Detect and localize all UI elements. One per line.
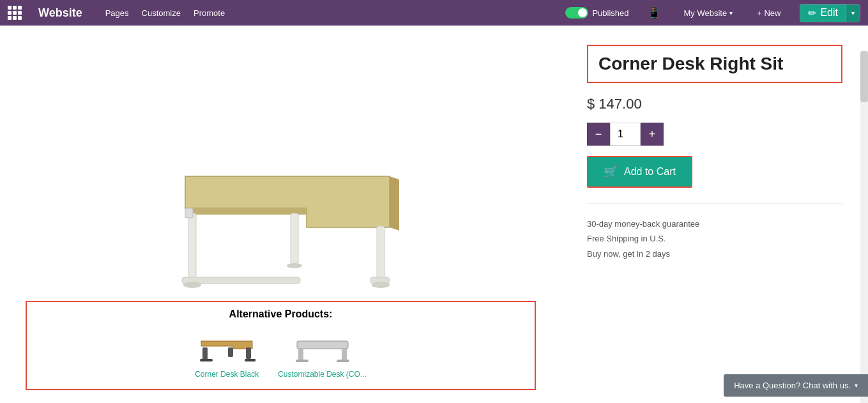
- new-label: + New: [757, 8, 780, 18]
- my-website-label: My Website: [684, 8, 727, 18]
- scrollbar-thumb[interactable]: [860, 51, 868, 102]
- edit-label: Edit: [820, 7, 838, 19]
- chat-widget[interactable]: Have a Question? Chat with us. ▾: [724, 374, 868, 397]
- svg-marker-0: [185, 176, 390, 227]
- svg-rect-3: [188, 213, 196, 284]
- guarantee-2: Free Shipping in U.S.: [587, 231, 842, 246]
- alternative-products-section: Alternative Products:: [0, 288, 561, 403]
- svg-rect-4: [291, 213, 298, 264]
- grid-icon[interactable]: [8, 6, 22, 20]
- svg-rect-14: [228, 347, 233, 357]
- top-navigation: Website Pages Customize Promote Publishe…: [0, 0, 868, 26]
- alt-products-title: Alternative Products:: [37, 308, 524, 320]
- alt-product-1[interactable]: Corner Desk Black: [195, 328, 259, 379]
- new-button[interactable]: + New: [750, 6, 787, 20]
- svg-rect-15: [246, 347, 251, 359]
- product-image-area: Alternative Products:: [0, 26, 561, 403]
- guarantee-1: 30-day money-back guarantee: [587, 217, 842, 231]
- svg-point-10: [372, 282, 390, 288]
- product-title-box: Corner Desk Right Sit: [587, 45, 842, 83]
- main-content: Alternative Products:: [0, 26, 868, 403]
- chevron-down-icon: ▾: [851, 10, 855, 17]
- svg-rect-17: [245, 359, 255, 361]
- my-website-dropdown-arrow: ▾: [729, 10, 733, 17]
- product-detail-panel: Corner Desk Right Sit $ 147.00 − + 🛒 Add…: [561, 26, 868, 403]
- edit-area: ✏ Edit ▾: [800, 4, 860, 22]
- svg-marker-1: [185, 208, 307, 215]
- svg-rect-5: [377, 226, 385, 284]
- alt-products-grid: Corner Desk Black Custom: [37, 328, 524, 379]
- alt-product-2-label: Customizable Desk (CO...: [278, 370, 367, 379]
- svg-marker-12: [201, 341, 252, 349]
- alternative-products-box: Alternative Products:: [26, 301, 536, 390]
- quantity-controls: − +: [587, 123, 842, 146]
- svg-marker-2: [390, 176, 399, 231]
- svg-rect-16: [200, 359, 213, 361]
- quantity-increase-button[interactable]: +: [641, 123, 664, 146]
- pages-nav-link[interactable]: Pages: [105, 8, 129, 18]
- chat-label: Have a Question? Chat with us.: [734, 381, 851, 390]
- edit-dropdown-arrow[interactable]: ▾: [846, 4, 860, 22]
- chevron-down-icon: ▾: [855, 382, 858, 389]
- product-title: Corner Desk Right Sit: [598, 54, 831, 74]
- quantity-decrease-button[interactable]: −: [587, 123, 610, 146]
- guarantee-3: Buy now, get in 2 days: [587, 247, 842, 261]
- alt-product-2-image: [291, 328, 354, 366]
- customize-nav-link[interactable]: Customize: [142, 8, 181, 18]
- alt-product-1-image: [195, 328, 259, 366]
- add-to-cart-button[interactable]: 🛒 Add to Cart: [587, 156, 692, 188]
- edit-button[interactable]: ✏ Edit: [800, 4, 846, 22]
- published-label: Published: [592, 8, 628, 18]
- svg-rect-11: [185, 208, 193, 218]
- divider: [587, 203, 842, 204]
- my-website-button[interactable]: My Website ▾: [679, 7, 738, 19]
- promote-nav-link[interactable]: Promote: [194, 8, 225, 18]
- svg-rect-21: [296, 360, 308, 362]
- published-toggle[interactable]: [565, 7, 588, 19]
- quantity-input[interactable]: [610, 123, 641, 146]
- cart-icon: 🛒: [604, 165, 618, 179]
- published-status[interactable]: Published: [565, 7, 628, 19]
- svg-rect-6: [182, 277, 300, 284]
- pencil-icon: ✏: [808, 7, 816, 19]
- svg-point-9: [287, 263, 302, 268]
- guarantee-list: 30-day money-back guarantee Free Shippin…: [587, 217, 842, 261]
- add-to-cart-label: Add to Cart: [624, 166, 676, 178]
- mobile-preview-icon[interactable]: 📱: [647, 6, 661, 20]
- alt-product-1-label: Corner Desk Black: [195, 370, 259, 379]
- product-image: [147, 119, 415, 310]
- svg-rect-18: [297, 341, 348, 349]
- scrollbar[interactable]: [860, 51, 868, 403]
- brand-logo: Website: [38, 6, 82, 20]
- svg-point-8: [183, 282, 201, 288]
- product-price: $ 147.00: [587, 96, 842, 112]
- svg-rect-22: [337, 360, 349, 362]
- alt-product-2[interactable]: Customizable Desk (CO...: [278, 328, 367, 379]
